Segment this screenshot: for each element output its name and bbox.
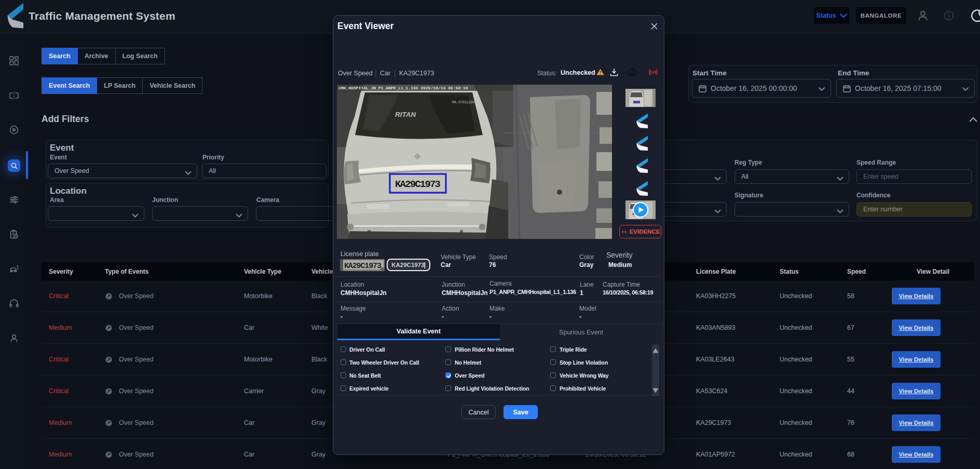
svg-text:CMH_HOSPITAL_JN_P1_ANPR_L1_1.1: CMH_HOSPITAL_JN_P1_ANPR_L1_1.136 2025/10…: [338, 86, 468, 90]
svg-text:KA29C1973: KA29C1973: [395, 179, 441, 190]
svg-text:KA29C1973: KA29C1973: [344, 262, 382, 271]
svg-text:RITAN: RITAN: [395, 111, 416, 118]
svg-text:MA.070513303X: MA.070513303X: [452, 101, 479, 104]
